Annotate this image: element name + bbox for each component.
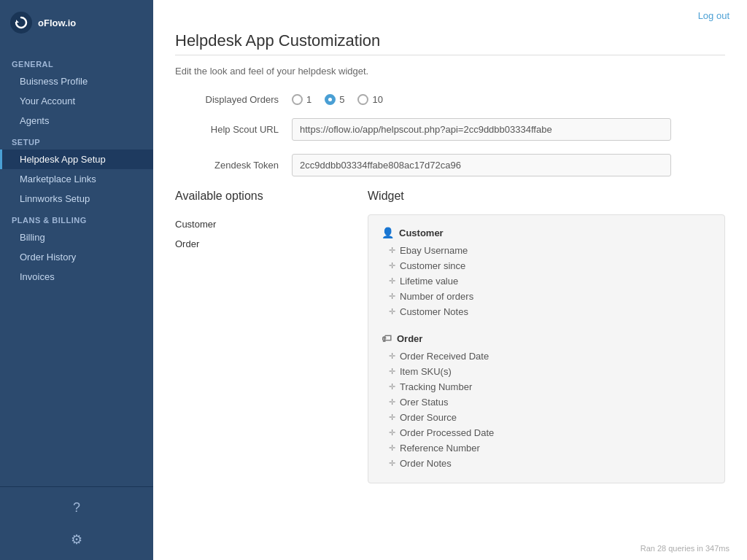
drag-icon-customer-since: ✛: [389, 261, 395, 271]
widget-order-section: 🏷 Order ✛ Order Received Date ✛ Item SKU…: [382, 332, 711, 471]
sidebar-item-billing[interactable]: Billing: [0, 228, 153, 247]
sidebar-item-your-account[interactable]: Your Account: [0, 91, 153, 111]
sidebar-item-linnworks-setup[interactable]: Linnworks Setup: [0, 189, 153, 209]
sidebar-navigation: General Buisness Profile Your Account Ag…: [0, 45, 153, 486]
widget-item-label-item-skus: Item SKU(s): [400, 366, 452, 377]
displayed-orders-row: Displayed Orders 1 5 10: [175, 94, 725, 105]
page-footer: Ran 28 queries in 347ms: [153, 537, 747, 560]
help-scout-url-label: Help Scout URL: [175, 124, 292, 135]
widget-item-label-reference-number: Reference Number: [400, 443, 480, 454]
query-info: Ran 28 queries in 347ms: [640, 544, 729, 553]
logout-button[interactable]: Log out: [698, 10, 729, 21]
sidebar-bottom: ? ⚙: [0, 486, 153, 560]
widget-item-order-processed-date[interactable]: ✛ Order Processed Date: [382, 425, 711, 440]
settings-icon[interactable]: ⚙: [63, 526, 90, 553]
radio-circle-1: [292, 94, 303, 105]
widget-item-label-ebay-username: Ebay Username: [400, 245, 468, 256]
zendesk-token-label: Zendesk Token: [175, 160, 292, 171]
available-options-panel: Available options Customer Order: [175, 190, 350, 483]
radio-label-10: 10: [372, 94, 382, 105]
title-divider: [175, 55, 725, 55]
widget-item-label-customer-since: Customer since: [400, 260, 465, 271]
drag-icon-order-processed-date: ✛: [389, 428, 395, 438]
sidebar-item-helpdesk-app-setup[interactable]: Helpdesk App Setup: [0, 149, 153, 169]
widget-item-number-of-orders[interactable]: ✛ Number of orders: [382, 289, 711, 304]
help-scout-url-row: Help Scout URL: [175, 118, 725, 141]
widget-item-lifetime-value[interactable]: ✛ Lifetime value: [382, 273, 711, 289]
sidebar-item-agents[interactable]: Agents: [0, 111, 153, 131]
displayed-orders-label: Displayed Orders: [175, 94, 292, 105]
order-icon: 🏷: [382, 332, 392, 344]
sidebar-item-order-history[interactable]: Order History: [0, 247, 153, 267]
widget-customer-label: Customer: [399, 228, 444, 238]
drag-icon-reference-number: ✛: [389, 443, 395, 453]
widget-customer-section: 👤 Customer ✛ Ebay Username ✛ Customer si…: [382, 227, 711, 319]
displayed-orders-control: 1 5 10: [292, 94, 671, 105]
topbar: Log out: [153, 0, 747, 31]
available-options-title: Available options: [175, 190, 350, 203]
page-content: Helpdesk App Customization Edit the look…: [153, 31, 747, 505]
customer-icon: 👤: [382, 227, 394, 238]
widget-item-item-skus[interactable]: ✛ Item SKU(s): [382, 364, 711, 379]
page-title: Helpdesk App Customization: [175, 31, 725, 50]
widget-item-reference-number[interactable]: ✛ Reference Number: [382, 440, 711, 456]
sidebar-item-business-profile[interactable]: Buisness Profile: [0, 71, 153, 91]
drag-icon-customer-notes: ✛: [389, 307, 395, 316]
drag-icon-order-notes: ✛: [389, 459, 395, 468]
help-scout-url-input[interactable]: [292, 118, 671, 141]
widget-item-label-customer-notes: Customer Notes: [400, 306, 468, 317]
svg-marker-0: [16, 20, 19, 23]
widget-customer-header: 👤 Customer: [382, 227, 711, 238]
setup-section-label: Setup: [0, 131, 153, 149]
drag-icon-item-skus: ✛: [389, 367, 395, 376]
widget-item-label-order-received-date: Order Received Date: [400, 351, 489, 362]
help-scout-url-control: [292, 118, 671, 141]
radio-option-5[interactable]: 5: [325, 94, 344, 105]
widget-panel: Widget 👤 Customer ✛ Ebay Username: [368, 190, 725, 483]
widget-title: Widget: [368, 190, 725, 203]
drag-icon-number-of-orders: ✛: [389, 292, 395, 301]
widget-item-orer-status[interactable]: ✛ Orer Status: [382, 394, 711, 410]
widget-order-label: Order: [397, 333, 422, 344]
widget-order-header: 🏷 Order: [382, 332, 711, 344]
logo-icon: [10, 12, 32, 34]
radio-option-1[interactable]: 1: [292, 94, 311, 105]
sidebar-logo[interactable]: oFlow.io: [0, 0, 153, 45]
radio-group-orders: 1 5 10: [292, 94, 671, 105]
main-content: Log out Helpdesk App Customization Edit …: [153, 0, 747, 560]
zendesk-token-input[interactable]: [292, 154, 671, 176]
widget-item-label-orer-status: Orer Status: [400, 397, 448, 408]
widget-item-label-lifetime-value: Lifetime value: [400, 276, 458, 287]
sidebar-item-marketplace-links[interactable]: Marketplace Links: [0, 169, 153, 189]
drag-icon-orer-status: ✛: [389, 397, 395, 407]
radio-label-1: 1: [306, 94, 311, 105]
option-order[interactable]: Order: [175, 234, 350, 254]
widget-item-ebay-username[interactable]: ✛ Ebay Username: [382, 243, 711, 258]
zendesk-token-row: Zendesk Token: [175, 154, 725, 176]
sidebar: oFlow.io General Buisness Profile Your A…: [0, 0, 153, 560]
drag-icon-tracking-number: ✛: [389, 382, 395, 392]
radio-label-5: 5: [339, 94, 344, 105]
widget-item-tracking-number[interactable]: ✛ Tracking Number: [382, 379, 711, 394]
radio-option-10[interactable]: 10: [357, 94, 382, 105]
widget-item-label-order-notes: Order Notes: [400, 458, 452, 469]
page-subtitle: Edit the look and feel of your helpdesk …: [175, 66, 725, 77]
widget-item-label-tracking-number: Tracking Number: [400, 381, 472, 392]
option-customer[interactable]: Customer: [175, 214, 350, 234]
widget-item-label-order-source: Order Source: [400, 412, 457, 423]
zendesk-token-control: [292, 154, 671, 176]
drag-icon-order-source: ✛: [389, 413, 395, 422]
widget-item-order-source[interactable]: ✛ Order Source: [382, 410, 711, 425]
drag-icon-lifetime-value: ✛: [389, 276, 395, 286]
drag-icon-order-received-date: ✛: [389, 351, 395, 361]
widget-item-customer-since[interactable]: ✛ Customer since: [382, 258, 711, 273]
help-icon[interactable]: ?: [63, 494, 90, 521]
widget-item-customer-notes[interactable]: ✛ Customer Notes: [382, 304, 711, 319]
widget-item-order-notes[interactable]: ✛ Order Notes: [382, 456, 711, 471]
sidebar-item-invoices[interactable]: Invoices: [0, 267, 153, 287]
bottom-panels: Available options Customer Order Widget …: [175, 190, 725, 483]
logo-text: oFlow.io: [38, 18, 76, 28]
widget-item-order-received-date[interactable]: ✛ Order Received Date: [382, 349, 711, 364]
widget-item-label-order-processed-date: Order Processed Date: [400, 427, 494, 438]
widget-item-label-number-of-orders: Number of orders: [400, 291, 473, 302]
